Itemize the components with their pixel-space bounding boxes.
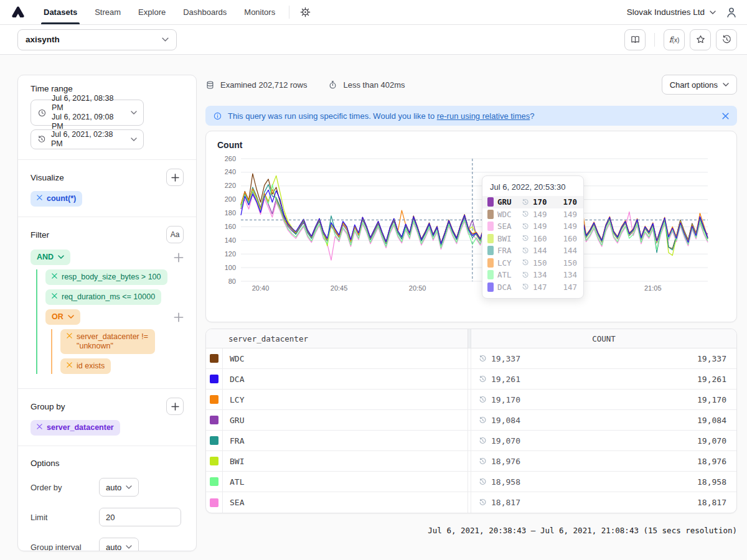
- chart-options-button[interactable]: Chart options: [662, 75, 737, 95]
- count-chart[interactable]: 8010012014016018020022024026020:4020:452…: [217, 154, 726, 296]
- history-icon: [479, 437, 487, 445]
- count-value: 19,261: [491, 375, 520, 384]
- filter-chip[interactable]: resp_body_size_bytes > 100: [45, 269, 167, 285]
- filter-op-or[interactable]: OR: [45, 309, 80, 325]
- org-name: Slovak Industries Ltd: [627, 7, 705, 17]
- filter-chip[interactable]: req_duration_ms <= 10000: [45, 289, 161, 305]
- database-icon: [205, 80, 215, 90]
- query-stats: Examined 202,712 rows Less than 402ms Ch…: [205, 75, 737, 95]
- group-by-chip-label: server_datacenter: [47, 423, 114, 432]
- table-body: WDC19,33719,337DCA19,26119,261LCY19,1701…: [206, 348, 736, 513]
- remove-icon[interactable]: [37, 195, 42, 200]
- table-row[interactable]: ATL18,95818,958: [206, 472, 736, 492]
- series-name: GRU: [497, 197, 518, 207]
- remove-icon[interactable]: [52, 293, 57, 299]
- rerun-relative-link[interactable]: re-run using relative times: [437, 111, 530, 121]
- row-color-cell: [206, 451, 223, 471]
- docs-button[interactable]: [624, 29, 646, 50]
- table-row[interactable]: DCA19,26119,261: [206, 369, 736, 390]
- svg-text:160: 160: [225, 223, 236, 230]
- column-header-count[interactable]: COUNT: [471, 334, 736, 343]
- history-button[interactable]: [716, 29, 737, 50]
- svg-text:220: 220: [225, 182, 236, 189]
- add-filter-button[interactable]: [174, 253, 184, 263]
- filter-chip-label: resp_body_size_bytes > 100: [62, 273, 161, 282]
- remove-icon[interactable]: [67, 362, 72, 368]
- time-range-select[interactable]: Jul 6, 2021, 08:38 PM Jul 6, 2021, 09:08…: [31, 100, 144, 126]
- column-header-server-datacenter[interactable]: server_datacenter: [206, 334, 467, 343]
- interval-select[interactable]: auto: [99, 538, 139, 551]
- limit-input[interactable]: [99, 508, 181, 526]
- visualization-chip[interactable]: count(*): [31, 191, 82, 207]
- table-row[interactable]: WDC19,33719,337: [206, 348, 736, 369]
- table-row[interactable]: LCY19,17019,170: [206, 390, 736, 410]
- history-icon: [479, 355, 487, 363]
- add-or-filter-button[interactable]: [174, 312, 184, 322]
- datacenter-cell: FRA: [223, 431, 467, 450]
- user-menu[interactable]: [725, 6, 738, 19]
- history-icon: [522, 259, 529, 266]
- fx-icon: f(x): [669, 35, 679, 44]
- filter-op-and[interactable]: AND: [31, 250, 70, 265]
- case-sensitivity-button[interactable]: Aa: [166, 226, 184, 243]
- tooltip-timestamp: Jul 6, 2022, 20:53:30: [482, 181, 583, 196]
- table-row[interactable]: BWI18,97618,976: [206, 451, 736, 472]
- latency-text: Less than 402ms: [343, 80, 405, 90]
- remove-icon[interactable]: [37, 424, 42, 429]
- series-name: ATL: [497, 270, 518, 279]
- history-icon: [522, 247, 529, 254]
- group-by-chip[interactable]: server_datacenter: [31, 420, 120, 436]
- tooltip-series-list: GRU170170WDC149149SEA149149BWI160160FRA1…: [482, 196, 583, 293]
- star-button[interactable]: [690, 29, 711, 50]
- svg-text:120: 120: [225, 250, 236, 258]
- settings-button[interactable]: [294, 0, 316, 24]
- table-header: server_datacenter COUNT: [206, 329, 736, 348]
- filter-chip[interactable]: id exists: [60, 358, 111, 374]
- order-by-value: auto: [106, 483, 121, 492]
- filter-chip[interactable]: server_datacenter != "unknown": [60, 329, 155, 354]
- tab-monitors-label: Monitors: [244, 7, 275, 17]
- filter-chip-label: server_datacenter != "unknown": [77, 332, 149, 351]
- tab-dashboards[interactable]: Dashboards: [174, 0, 235, 24]
- time-range-label: Time range: [31, 84, 184, 93]
- banner-close-button[interactable]: [721, 112, 730, 120]
- table-row[interactable]: SEA18,81718,817: [206, 492, 736, 513]
- book-icon: [630, 34, 641, 45]
- axiom-logo[interactable]: [9, 0, 35, 24]
- count-value-right: 19,261: [697, 375, 726, 384]
- series-value: 149: [533, 222, 553, 231]
- series-name: WDC: [497, 210, 518, 219]
- top-navigation: Datasets Stream Explore Dashboards Monit…: [0, 0, 747, 25]
- series-value: 149: [533, 210, 553, 219]
- tab-stream[interactable]: Stream: [86, 0, 129, 24]
- tab-explore[interactable]: Explore: [129, 0, 174, 24]
- chevron-down-icon: [710, 11, 716, 14]
- series-value-right: 147: [557, 282, 577, 292]
- svg-text:140: 140: [225, 236, 236, 244]
- function-button[interactable]: f(x): [664, 29, 685, 50]
- series-color-swatch: [487, 246, 494, 255]
- series-value-right: 170: [557, 197, 577, 207]
- dataset-select[interactable]: axisynth: [17, 29, 177, 50]
- remove-icon[interactable]: [67, 333, 72, 338]
- options-label: Options: [31, 459, 184, 468]
- org-switcher[interactable]: Slovak Industries Ltd: [627, 7, 716, 17]
- remove-icon[interactable]: [52, 273, 57, 279]
- logo-icon: [10, 4, 26, 21]
- series-value: 147: [533, 282, 553, 292]
- query-builder-panel: Time range Jul 6, 2021, 08:38 PM Jul 6, …: [17, 75, 197, 551]
- series-value-right: 149: [557, 210, 577, 219]
- table-row[interactable]: FRA19,07019,070: [206, 431, 736, 451]
- add-group-by-button[interactable]: [166, 398, 184, 415]
- series-value-right: 149: [557, 222, 577, 231]
- compare-time-select[interactable]: Jul 6, 2021, 02:38 PM: [31, 129, 144, 149]
- tab-monitors[interactable]: Monitors: [235, 0, 284, 24]
- order-by-select[interactable]: auto: [99, 478, 139, 497]
- time-range-value: Jul 6, 2021, 08:38 PM Jul 6, 2021, 09:08…: [52, 94, 126, 131]
- table-row[interactable]: GRU19,08419,084: [206, 410, 736, 431]
- add-visualization-button[interactable]: [166, 169, 184, 186]
- tab-datasets[interactable]: Datasets: [35, 0, 86, 24]
- chart-card: Count 8010012014016018020022024026020:40…: [205, 131, 737, 322]
- visualize-label: Visualize: [31, 173, 64, 182]
- gear-icon: [299, 6, 311, 18]
